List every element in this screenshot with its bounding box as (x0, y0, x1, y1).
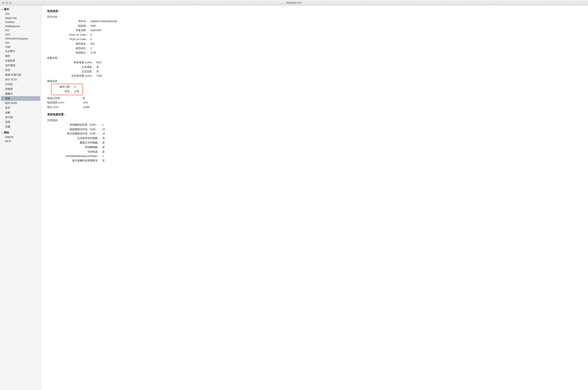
sidebar-item-power[interactable]: 电源 (1, 96, 40, 101)
sidebar-item-camera[interactable]: 摄像头 (0, 92, 41, 96)
cycle-count-label: 循环计数： (55, 85, 74, 89)
fully-charged-row: 已充满电： 是 (51, 65, 582, 69)
ac-wake-label: 交流电变化时唤醒： (51, 136, 102, 140)
lan-wake-value: 是 (102, 145, 105, 149)
maximize-button[interactable] (9, 1, 11, 4)
pack-lot-value: 0 (90, 33, 92, 37)
display-sleep-row: 显示器睡眠定时器（分钟）： 10 (51, 132, 582, 136)
sidebar-item-audio[interactable]: 音频 (0, 124, 41, 129)
pcb-lot-label: PCB Lot Code： (51, 37, 90, 42)
current-label: 电流强度 (mA)： (47, 101, 83, 105)
ac-power-subsection: 系统睡眠定时器（分钟）： 1 磁盘睡眠定时器（分钟）： 10 显示器睡眠定时器（… (51, 123, 582, 163)
window-title: MacBook Pro (286, 1, 302, 4)
traffic-lights[interactable] (2, 1, 11, 4)
sidebar-item-parallel-scsi[interactable]: 并行 SCSI (0, 77, 41, 82)
lan-wake-label: 局域网唤醒： (51, 145, 102, 149)
firmware-row: 固件版本： 901 (51, 42, 582, 46)
ac-power-label: 交流电源： (47, 118, 75, 122)
manufacturer-label: 制造商： (51, 24, 90, 28)
device-name-label: 设备名称： (51, 28, 90, 32)
pack-lot-label: Pack Lot Code： (51, 33, 90, 37)
sidebar-item-firewire[interactable]: FireWire (0, 20, 41, 24)
sidebar-item-gpu[interactable]: 图形卡/显示器 (0, 73, 41, 77)
dark-wake-value: 1 (102, 154, 104, 158)
sidebar-section-network[interactable]: 网络 (0, 130, 41, 135)
triangle-icon-network (2, 132, 3, 134)
firmware-label: 固件版本： (51, 42, 90, 46)
pcb-lot-value: 0 (90, 37, 92, 42)
display-sleep-value: 10 (102, 132, 105, 136)
highlight-container: 循环计数： 5 状态： 正常 (51, 84, 582, 95)
battery-rev-value: 1734 (90, 51, 96, 55)
cycle-count-row: 循环计数： 5 (55, 85, 79, 89)
device-name-row: 设备名称： bq20z451 (51, 28, 582, 32)
sidebar-item-storage[interactable]: 储存 (0, 54, 41, 58)
sidebar-item-diagnostics[interactable]: 诊断 (0, 110, 41, 115)
sidebar-item-memory[interactable]: 内存 (0, 68, 41, 73)
sidebar-item-optical[interactable]: 光盘刻录 (0, 58, 41, 63)
display-dim-label: 显示器睡时使屏幕暗淡： (51, 159, 102, 163)
sidebar-item-printer[interactable]: 打印机 (0, 82, 41, 87)
hw-rev-label: 硬件校正： (51, 47, 90, 50)
perf-info-label: 效能信息： (47, 79, 75, 83)
sidebar-item-hw-raid[interactable]: 硬件 RAID (0, 101, 41, 105)
firmware-value: 901 (90, 42, 95, 46)
model-info-label: 型号信息： (47, 15, 75, 19)
sidebar-item-card-reader[interactable]: 读卡器 (0, 115, 41, 120)
charging-row: 正在充电： 否 (51, 70, 582, 74)
voltage-label: 电压 (mV)： (47, 105, 83, 109)
current-power-label: 当前电源： (51, 150, 102, 154)
sidebar-item-pci[interactable]: PCI (0, 28, 41, 32)
sidebar-item-thunderbolt[interactable]: 雷雳 (0, 120, 41, 124)
voltage-row: 电压 (mV)： 12380 (47, 105, 582, 109)
battery-installed-row: 电池已安装： 是 (47, 96, 582, 100)
triangle-icon (2, 9, 3, 10)
sidebar-item-ethernet[interactable]: 以太网卡 (0, 49, 41, 54)
ac-wake-value: 否 (102, 136, 105, 140)
close-button[interactable] (2, 1, 4, 4)
sidebar-item-bluetooth[interactable]: 蓝牙 (0, 105, 41, 110)
dark-wake-row: DarkWakeBackgroundTasks： 1 (51, 154, 582, 158)
minimize-button[interactable] (5, 1, 8, 4)
battery-section-title: 电池信息： (47, 9, 582, 13)
sidebar-item-ata[interactable]: ATA (0, 12, 41, 16)
status-value: 正常 (74, 90, 79, 94)
sys-sleep-label: 系统睡眠定时器（分钟）： (51, 123, 102, 127)
full-capacity-row: 全负荷容量 (mAh)： 7166 (51, 74, 582, 78)
sidebar-item-usb[interactable]: USB (0, 45, 41, 49)
disk-sleep-row: 磁盘睡眠定时器（分钟）： 10 (51, 127, 582, 132)
lid-wake-row: 翻盖打开时唤醒： 是 (51, 141, 582, 145)
battery-rev-row: 电池校正： 1734 (51, 51, 582, 55)
sidebar-section-hardware[interactable]: 硬件 (0, 7, 41, 12)
remaining-charge-value: 6927 (96, 60, 102, 65)
network-section-label: 网络 (4, 131, 9, 135)
model-info-subsection: 序列号： D868457A04KJ65HAW 制造商： SMP 设备名称： bq… (51, 19, 582, 55)
sidebar-item-applepay[interactable]: Apple Pay (0, 16, 41, 20)
sidebar-item-controller[interactable]: 控制器 (0, 87, 41, 92)
perf-info-header-row: 效能信息： (47, 79, 582, 83)
voltage-value: 12380 (83, 105, 90, 109)
disk-sleep-value: 10 (102, 127, 105, 132)
sidebar-item-nvmexpress[interactable]: NVMExpress (0, 24, 41, 28)
sidebar-item-sas[interactable]: SAS (0, 32, 41, 37)
charge-info-header-row: 电量信息： (47, 56, 582, 60)
current-value: -243 (83, 101, 88, 105)
charging-value: 否 (96, 70, 99, 74)
sidebar-item-wwan[interactable]: WWAN (0, 135, 41, 139)
battery-rev-label: 电池校正： (51, 51, 90, 55)
manufacturer-row: 制造商： SMP (51, 24, 582, 28)
sidebar-item-wifi[interactable]: Wi-Fi (0, 139, 41, 143)
sidebar-item-sata[interactable]: SATA/SATA Express (0, 37, 41, 41)
ac-power-header-row: 交流电源： (47, 118, 582, 122)
main-content: 硬件 ATA Apple Pay FireWire NVMExpress PCI… (0, 5, 588, 390)
sidebar-item-spi[interactable]: SPI (0, 41, 41, 45)
status-row: 状态： 正常 (55, 90, 79, 94)
sidebar-item-fiber[interactable]: 光纤通道 (0, 63, 41, 68)
lid-wake-value: 是 (102, 141, 105, 145)
manufacturer-value: SMP (90, 24, 96, 28)
charge-info-label: 电量信息： (47, 56, 75, 60)
serial-row: 序列号： D868457A04KJ65HAW (51, 19, 582, 24)
serial-value: D868457A04KJ65HAW (90, 19, 117, 24)
charge-info-subsection: 剩余电量 (mAh)： 6927 已充满电： 是 正在充电： 否 全负荷容量 (… (51, 60, 582, 78)
serial-label: 序列号： (51, 19, 90, 24)
